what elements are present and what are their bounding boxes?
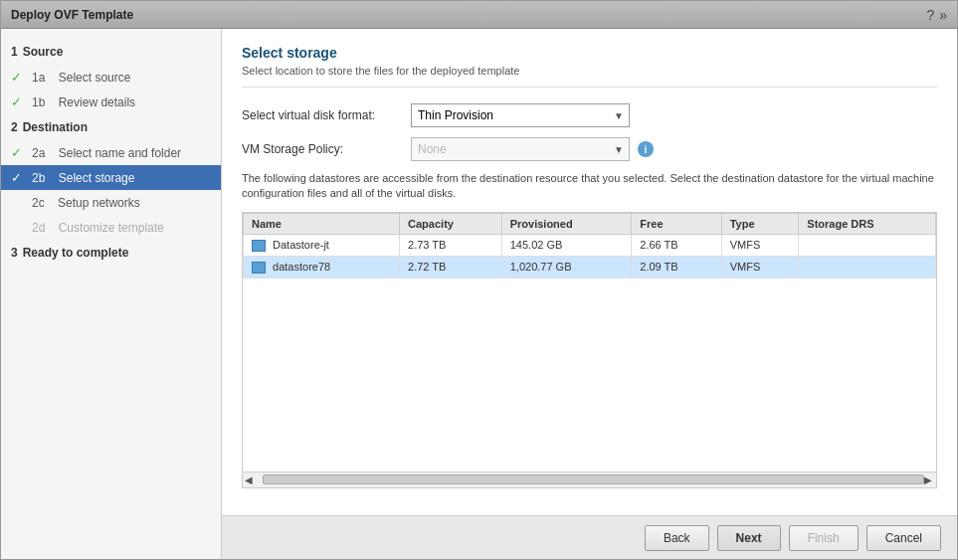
sidebar-section-3-number: 3: [11, 246, 18, 260]
sidebar-item-1b-text: Review details: [59, 95, 135, 109]
datastore-table-container: Name Capacity Provisioned Free Type Stor…: [242, 212, 937, 488]
window-title: Deploy OVF Template: [11, 8, 133, 22]
vm-storage-select-wrapper: None ▼: [411, 137, 630, 161]
sidebar-item-2c[interactable]: ✓ 2c Setup networks: [1, 190, 221, 215]
datastore-table-scroll[interactable]: Name Capacity Provisioned Free Type Stor…: [243, 213, 936, 471]
row2-capacity: 2.72 TB: [400, 256, 502, 278]
sidebar-section-ready: 3 Ready to complete: [1, 240, 221, 266]
deploy-ovf-dialog: Deploy OVF Template ? » 1 Source ✓ 1a Se…: [0, 0, 958, 560]
row1-provisioned: 145.02 GB: [501, 234, 632, 256]
sidebar-item-1b[interactable]: ✓ 1b Review details: [1, 90, 221, 114]
check-icon-2b: ✓: [11, 170, 27, 185]
row2-storage-drs: [799, 256, 936, 278]
page-title: Select storage: [242, 45, 937, 61]
row2-name: datastore78: [244, 256, 400, 278]
row1-name: Datastore-jt: [244, 234, 400, 256]
vm-storage-control: None ▼ i: [411, 137, 654, 161]
check-icon-1b: ✓: [11, 94, 27, 109]
page-subtitle: Select location to store the files for t…: [242, 65, 937, 88]
sidebar-item-1a-text: Select source: [59, 71, 131, 85]
row2-type: VMFS: [721, 256, 799, 278]
row1-type: VMFS: [721, 234, 799, 256]
footer: Back Next Finish Cancel: [222, 515, 957, 559]
sidebar: 1 Source ✓ 1a Select source ✓ 1b Review …: [1, 29, 222, 559]
description-text: The following datastores are accessible …: [242, 171, 937, 202]
sidebar-item-2b-id: 2b: [32, 171, 45, 185]
row1-capacity: 2.73 TB: [400, 234, 502, 256]
scroll-thumb[interactable]: [263, 474, 924, 484]
finish-button[interactable]: Finish: [789, 525, 859, 551]
datastore-table: Name Capacity Provisioned Free Type Stor…: [243, 213, 936, 279]
sidebar-section-2-label: Destination: [23, 120, 88, 134]
sidebar-item-2c-id: 2c: [32, 196, 45, 210]
virtual-disk-label: Select virtual disk format:: [242, 108, 411, 122]
sidebar-section-2-number: 2: [11, 120, 18, 134]
row2-free: 2.09 TB: [632, 256, 721, 278]
col-type: Type: [721, 213, 799, 234]
sidebar-item-2b[interactable]: ✓ 2b Select storage: [1, 165, 221, 190]
content-area: 1 Source ✓ 1a Select source ✓ 1b Review …: [1, 29, 957, 559]
virtual-disk-select[interactable]: Thin Provision: [411, 103, 630, 127]
virtual-disk-select-wrapper: Thin Provision ▼: [411, 103, 630, 127]
title-bar-controls: ? »: [926, 7, 947, 23]
table-row[interactable]: datastore78 2.72 TB 1,020.77 GB 2.09 TB …: [244, 256, 936, 278]
sidebar-section-number: 1: [11, 45, 18, 59]
info-icon[interactable]: i: [638, 141, 654, 157]
sidebar-section-label: Source: [23, 45, 64, 59]
virtual-disk-control: Thin Provision ▼: [411, 103, 630, 127]
col-free: Free: [632, 213, 721, 234]
col-storage-drs: Storage DRS: [799, 213, 936, 234]
sidebar-item-2d-text: Customize template: [59, 221, 164, 235]
sidebar-item-2a-id: 2a: [32, 146, 45, 160]
sidebar-item-2d-id: 2d: [32, 221, 45, 235]
vm-storage-select[interactable]: None: [411, 137, 630, 161]
sidebar-item-2a[interactable]: ✓ 2a Select name and folder: [1, 140, 221, 165]
sidebar-section-source: 1 Source: [1, 39, 221, 65]
sidebar-item-2b-text: Select storage: [59, 171, 135, 185]
col-name: Name: [244, 213, 400, 234]
sidebar-item-1b-label: 1b: [32, 95, 45, 109]
sidebar-section-3-label: Ready to complete: [23, 246, 129, 260]
main-content: Select storage Select location to store …: [222, 29, 957, 515]
check-icon-2a: ✓: [11, 145, 27, 160]
sidebar-item-2a-text: Select name and folder: [59, 146, 181, 160]
table-row[interactable]: Datastore-jt 2.73 TB 145.02 GB 2.66 TB V…: [244, 234, 936, 256]
table-scrollbar[interactable]: ◀ ▶: [243, 471, 936, 487]
scroll-right-icon[interactable]: ▶: [924, 474, 932, 485]
check-icon-1a: ✓: [11, 70, 27, 85]
row2-provisioned: 1,020.77 GB: [501, 256, 632, 278]
sidebar-item-1a-label: 1a: [32, 71, 45, 85]
table-header-row: Name Capacity Provisioned Free Type Stor…: [244, 213, 936, 234]
scroll-left-icon[interactable]: ◀: [245, 474, 253, 485]
row1-free: 2.66 TB: [632, 234, 721, 256]
next-button[interactable]: Next: [717, 525, 781, 551]
vm-storage-label: VM Storage Policy:: [242, 142, 411, 156]
virtual-disk-format-row: Select virtual disk format: Thin Provisi…: [242, 103, 937, 127]
cancel-button[interactable]: Cancel: [866, 525, 941, 551]
title-bar: Deploy OVF Template ? »: [1, 1, 957, 29]
col-provisioned: Provisioned: [501, 213, 632, 234]
main-panel: Select storage Select location to store …: [222, 29, 957, 559]
expand-icon[interactable]: »: [939, 7, 947, 23]
sidebar-item-2d: ✓ 2d Customize template: [1, 215, 221, 240]
datastore-icon-2: [252, 262, 266, 274]
col-capacity: Capacity: [400, 213, 502, 234]
vm-storage-policy-row: VM Storage Policy: None ▼ i: [242, 137, 937, 161]
datastore-icon-1: [252, 240, 266, 252]
sidebar-section-destination: 2 Destination: [1, 114, 221, 140]
sidebar-item-2c-text: Setup networks: [58, 196, 140, 210]
sidebar-item-1a[interactable]: ✓ 1a Select source: [1, 65, 221, 90]
back-button[interactable]: Back: [645, 525, 709, 551]
help-icon[interactable]: ?: [926, 7, 934, 23]
row1-storage-drs: [799, 234, 936, 256]
